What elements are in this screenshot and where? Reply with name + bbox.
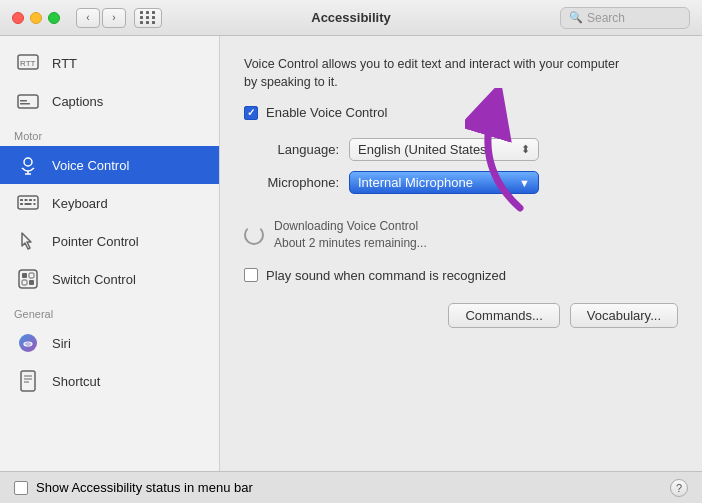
microphone-label: Microphone: [244, 175, 339, 190]
window-title: Accessibility [311, 10, 391, 25]
svg-rect-8 [18, 196, 38, 209]
rtt-icon: RTT [14, 49, 42, 77]
sidebar-item-pointer-label: Pointer Control [52, 234, 139, 249]
search-icon: 🔍 [569, 11, 583, 24]
svg-rect-24 [21, 371, 35, 391]
close-button[interactable] [12, 12, 24, 24]
sidebar-item-switch-label: Switch Control [52, 272, 136, 287]
maximize-button[interactable] [48, 12, 60, 24]
sidebar-item-pointer-control[interactable]: Pointer Control [0, 222, 219, 260]
enable-voice-control-label: Enable Voice Control [266, 105, 387, 120]
language-dropdown-arrow: ⬍ [521, 143, 530, 156]
right-panel: Voice Control allows you to edit text an… [220, 36, 702, 471]
svg-rect-17 [22, 273, 27, 278]
svg-point-5 [24, 158, 32, 166]
show-accessibility-label: Show Accessibility status in menu bar [36, 480, 253, 495]
sidebar-item-keyboard-label: Keyboard [52, 196, 108, 211]
vocabulary-button[interactable]: Vocabulary... [570, 303, 678, 328]
search-placeholder: Search [587, 11, 625, 25]
sidebar-item-rtt[interactable]: RTT RTT [0, 44, 219, 82]
enable-row: Enable Voice Control [244, 105, 678, 120]
svg-rect-15 [34, 203, 36, 205]
switch-control-icon [14, 265, 42, 293]
svg-rect-12 [34, 199, 36, 201]
sidebar-item-switch-control[interactable]: Switch Control [0, 260, 219, 298]
minimize-button[interactable] [30, 12, 42, 24]
svg-rect-19 [22, 280, 27, 285]
main-content: RTT RTT Captions Motor [0, 36, 702, 471]
description-text: Voice Control allows you to edit text an… [244, 56, 624, 91]
svg-rect-9 [20, 199, 23, 201]
sidebar-item-keyboard[interactable]: Keyboard [0, 184, 219, 222]
traffic-lights [12, 12, 60, 24]
svg-rect-3 [20, 100, 27, 102]
show-accessibility-checkbox[interactable] [14, 481, 28, 495]
language-dropdown[interactable]: English (United States) ⬍ [349, 138, 539, 161]
microphone-row: Microphone: Internal Microphone ▼ [244, 171, 678, 194]
forward-button[interactable]: › [102, 8, 126, 28]
svg-rect-18 [29, 273, 34, 278]
captions-icon [14, 87, 42, 115]
sidebar: RTT RTT Captions Motor [0, 36, 220, 471]
sidebar-item-shortcut-label: Shortcut [52, 374, 100, 389]
svg-rect-10 [25, 199, 28, 201]
language-value: English (United States) [358, 142, 491, 157]
svg-rect-13 [20, 203, 23, 205]
microphone-dropdown[interactable]: Internal Microphone ▼ [349, 171, 539, 194]
download-section: Downloading Voice Control About 2 minute… [244, 218, 678, 252]
language-row: Language: English (United States) ⬍ [244, 138, 678, 161]
language-label: Language: [244, 142, 339, 157]
pointer-control-icon [14, 227, 42, 255]
motor-section-label: Motor [0, 120, 219, 146]
back-button[interactable]: ‹ [76, 8, 100, 28]
grid-button[interactable] [134, 8, 162, 28]
bottom-bar: Show Accessibility status in menu bar ? [0, 471, 702, 503]
sidebar-item-captions[interactable]: Captions [0, 82, 219, 120]
svg-point-21 [19, 334, 37, 352]
play-sound-label: Play sound when command is recognized [266, 268, 506, 283]
download-spinner [244, 225, 264, 245]
play-sound-row: Play sound when command is recognized [244, 268, 678, 283]
svg-rect-20 [29, 280, 34, 285]
bottom-bar-left: Show Accessibility status in menu bar [14, 480, 253, 495]
shortcut-icon [14, 367, 42, 395]
sidebar-item-voice-control[interactable]: Voice Control [0, 146, 219, 184]
search-bar[interactable]: 🔍 Search [560, 7, 690, 29]
voice-control-icon [14, 151, 42, 179]
svg-rect-11 [29, 199, 32, 201]
keyboard-icon [14, 189, 42, 217]
sidebar-item-siri[interactable]: Siri [0, 324, 219, 362]
general-section-label: General [0, 298, 219, 324]
title-bar: ‹ › Accessibility 🔍 Search [0, 0, 702, 36]
commands-button[interactable]: Commands... [448, 303, 559, 328]
help-button[interactable]: ? [670, 479, 688, 497]
siri-icon [14, 329, 42, 357]
sidebar-item-siri-label: Siri [52, 336, 71, 351]
sidebar-item-shortcut[interactable]: Shortcut [0, 362, 219, 400]
downloading-subtitle: About 2 minutes remaining... [274, 235, 427, 252]
grid-icon [140, 11, 156, 24]
microphone-dropdown-arrow: ▼ [519, 177, 530, 189]
enable-voice-control-checkbox[interactable] [244, 106, 258, 120]
nav-buttons: ‹ › [76, 8, 126, 28]
svg-rect-4 [20, 103, 30, 105]
downloading-title: Downloading Voice Control [274, 218, 427, 235]
svg-text:RTT: RTT [20, 59, 36, 68]
play-sound-checkbox[interactable] [244, 268, 258, 282]
download-text-block: Downloading Voice Control About 2 minute… [274, 218, 427, 252]
svg-rect-14 [25, 203, 32, 205]
sidebar-item-rtt-label: RTT [52, 56, 77, 71]
microphone-value: Internal Microphone [358, 175, 473, 190]
svg-rect-16 [19, 270, 37, 288]
sidebar-item-captions-label: Captions [52, 94, 103, 109]
sidebar-item-voice-control-label: Voice Control [52, 158, 129, 173]
bottom-buttons: Commands... Vocabulary... [244, 303, 678, 328]
